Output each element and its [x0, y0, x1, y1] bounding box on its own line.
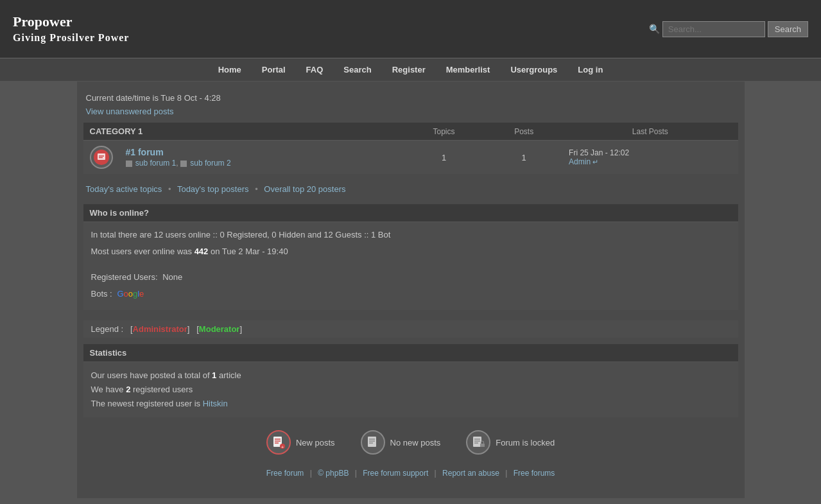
main-wrapper: Current date/time is Tue 8 Oct - 4:28 Vi…	[77, 82, 745, 498]
no-new-posts-icon	[361, 430, 385, 455]
forum-topics-cell: 1	[402, 141, 485, 175]
nav-home[interactable]: Home	[208, 58, 252, 81]
forum-icon-svg	[96, 152, 107, 162]
col-topics-header: Topics	[402, 123, 485, 141]
subforum-1-link[interactable]: sub forum 1	[135, 159, 176, 168]
logo-line1: Propower	[13, 13, 129, 31]
svg-rect-9	[368, 437, 376, 447]
subforum-icon	[126, 161, 132, 167]
reg-users-value: None	[162, 272, 182, 282]
stats-line3: The newest registered user is Hitskin	[91, 397, 730, 411]
nav-search[interactable]: Search	[333, 58, 381, 81]
footer-report-abuse[interactable]: Report an abuse	[442, 469, 499, 478]
icon-new-posts: + New posts	[266, 430, 335, 455]
nav-memberlist[interactable]: Memberlist	[436, 58, 501, 81]
forum-name-link[interactable]: #1 forum	[126, 147, 164, 157]
forum-row: #1 forum sub forum 1, sub forum 2	[83, 141, 738, 175]
icon-locked: Forum is locked	[466, 430, 555, 455]
forum-table: CATEGORY 1 Topics Posts Last Posts	[83, 123, 738, 174]
statistics-section: Statistics Our users have posted a total…	[83, 344, 738, 417]
category-header: CATEGORY 1	[83, 123, 402, 141]
view-unanswered-link[interactable]: View unanswered posts	[83, 105, 177, 117]
dot-2: •	[255, 184, 258, 194]
bots-line: Bots : Google	[91, 288, 730, 300]
last-post-icon: ↵	[592, 158, 598, 166]
stats-line1: Our users have posted a total of 1 artic…	[91, 369, 730, 383]
logo-line2: Giving Prosilver Power	[13, 31, 129, 45]
top-posters-overall-link[interactable]: Overall top 20 posters	[264, 184, 345, 194]
subforum-2-link[interactable]: sub forum 2	[190, 159, 230, 168]
subforum-list: sub forum 1, sub forum 2	[126, 159, 231, 168]
max-post: on Tue 2 Mar - 19:40	[208, 247, 288, 256]
bots-label: Bots :	[91, 289, 112, 299]
new-posts-icon: +	[266, 430, 291, 455]
registered-users-line: Registered Users: None	[91, 271, 730, 284]
legend-label: Legend :	[91, 324, 124, 334]
newest-user-link[interactable]: Hitskin	[203, 399, 228, 408]
admin-legend: Administrator	[133, 324, 187, 334]
nav-register[interactable]: Register	[382, 58, 436, 81]
navbar: Home Portal FAQ Search Register Memberli…	[0, 58, 821, 82]
last-post-date: Fri 25 Jan - 12:02	[569, 148, 731, 157]
search-input[interactable]	[662, 21, 765, 37]
forum-icon-inner	[94, 150, 109, 165]
col-posts-header: Posts	[485, 123, 562, 141]
footer: Free forum | © phpBB | Free forum suppor…	[83, 461, 738, 485]
svg-rect-17	[480, 444, 485, 447]
date-bar: Current date/time is Tue 8 Oct - 4:28	[83, 88, 738, 105]
reg-users-label: Registered Users:	[91, 272, 158, 282]
nav-portal[interactable]: Portal	[252, 58, 296, 81]
max-online-text: Most users ever online was 442 on Tue 2 …	[91, 245, 730, 258]
nav-usergroups[interactable]: Usergroups	[500, 58, 567, 81]
nav-login[interactable]: Log in	[567, 58, 613, 81]
statistics-content: Our users have posted a total of 1 artic…	[83, 362, 738, 417]
locked-svg	[471, 435, 485, 449]
search-bar: 🔍 Search	[649, 21, 808, 37]
max-num: 442	[194, 247, 209, 256]
last-post-user-link[interactable]: Admin	[569, 157, 591, 166]
forum-cell-content: #1 forum sub forum 1, sub forum 2	[126, 147, 396, 168]
legend-area: Legend : [Administrator] [Moderator]	[83, 320, 738, 338]
new-posts-label: New posts	[296, 438, 335, 448]
subforum-icon-2	[180, 161, 187, 167]
dot-1: •	[168, 184, 171, 194]
icon-no-new-posts: No new posts	[361, 430, 441, 455]
forum-posts-cell: 1	[485, 141, 562, 175]
stats-line2: We have 2 registered users	[91, 383, 730, 397]
locked-icon	[466, 430, 490, 455]
svg-text:+: +	[281, 445, 284, 449]
stats-row: Today's active topics • Today's top post…	[83, 180, 738, 198]
max-pre: Most users ever online was	[91, 247, 194, 256]
svg-rect-0	[98, 153, 105, 160]
search-icon: 🔍	[649, 24, 660, 34]
footer-free-forum-support[interactable]: Free forum support	[363, 469, 428, 478]
footer-free-forums[interactable]: Free forums	[514, 469, 555, 478]
locked-label: Forum is locked	[496, 438, 555, 448]
forum-icon	[90, 146, 113, 169]
google-bot: Google	[117, 289, 144, 299]
col-last-posts-header: Last Posts	[562, 123, 738, 141]
footer-phpbb[interactable]: © phpBB	[318, 469, 349, 478]
footer-free-forum[interactable]: Free forum	[266, 469, 304, 478]
new-posts-svg: +	[272, 435, 286, 449]
who-is-online-content: In total there are 12 users online :: 0 …	[83, 222, 738, 310]
no-new-posts-svg	[366, 435, 380, 449]
active-topics-link[interactable]: Today's active topics	[86, 184, 162, 194]
mod-legend: Moderator	[199, 324, 240, 334]
no-new-posts-label: No new posts	[390, 438, 441, 448]
top-posters-today-link[interactable]: Today's top posters	[177, 184, 249, 194]
statistics-header: Statistics	[83, 344, 738, 362]
content-area: Current date/time is Tue 8 Oct - 4:28 Vi…	[77, 88, 745, 485]
header: Propower Giving Prosilver Power 🔍 Search	[0, 0, 821, 58]
logo: Propower Giving Prosilver Power	[13, 13, 129, 44]
search-button[interactable]: Search	[768, 21, 808, 37]
forum-last-post-cell: Fri 25 Jan - 12:02 Admin ↵	[562, 141, 738, 175]
forum-info-cell: #1 forum sub forum 1, sub forum 2	[119, 141, 402, 175]
logo-text: Propower Giving Prosilver Power	[13, 13, 129, 44]
nav-faq[interactable]: FAQ	[296, 58, 334, 81]
who-is-online-header: Who is online?	[83, 204, 738, 222]
icons-row: + New posts No new po	[83, 430, 738, 455]
online-text: In total there are 12 users online :: 0 …	[91, 229, 730, 241]
